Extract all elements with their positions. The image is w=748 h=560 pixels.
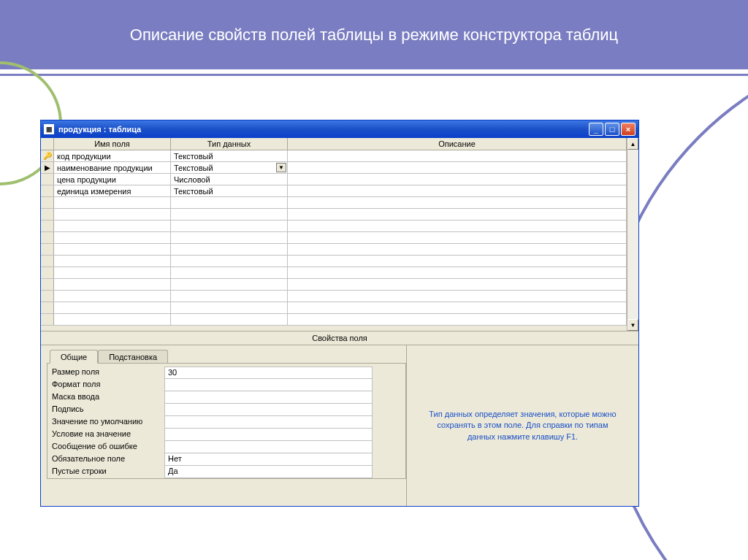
row-selector[interactable] [41,291,54,302]
row-selector[interactable] [41,244,54,255]
field-name-cell[interactable] [54,256,171,266]
field-name-cell[interactable] [54,302,171,313]
property-value[interactable] [164,404,373,416]
table-row[interactable] [41,314,627,326]
data-type-cell[interactable] [171,256,288,266]
description-cell[interactable] [288,302,627,313]
description-cell[interactable] [288,162,627,173]
property-value[interactable] [164,429,373,441]
table-row[interactable] [41,232,627,244]
grid-header-fieldname[interactable]: Имя поля [54,138,171,150]
tab-general[interactable]: Общие [50,350,98,364]
datatype-dropdown-button[interactable]: ▼ [276,163,286,172]
field-name-cell[interactable] [54,291,171,302]
property-value[interactable] [164,416,373,429]
data-type-cell[interactable] [171,197,288,208]
table-row[interactable]: единица измеренияТекстовый [41,185,627,197]
property-value[interactable] [164,379,373,391]
description-cell[interactable] [288,174,627,185]
description-cell[interactable] [288,197,627,208]
table-row[interactable] [41,209,627,220]
grid-header-datatype[interactable]: Тип данных [171,138,288,150]
data-type-cell[interactable] [171,232,288,243]
scroll-track[interactable] [627,150,638,319]
field-name-cell[interactable]: наименование продукции [54,162,171,173]
property-value[interactable] [164,391,373,404]
row-selector[interactable] [41,220,54,231]
row-selector[interactable] [41,209,54,220]
description-cell[interactable] [288,256,627,266]
field-name-cell[interactable] [54,220,171,231]
maximize-button[interactable]: □ [605,123,619,136]
data-type-cell[interactable]: Числовой [171,174,288,185]
table-icon: ▦ [44,124,54,134]
field-name-cell[interactable]: код продукции [54,150,171,161]
property-value[interactable]: Да [164,466,373,478]
table-row[interactable]: цена продукцииЧисловой [41,174,627,185]
data-type-cell[interactable] [171,314,288,325]
field-name-cell[interactable] [54,232,171,243]
row-selector[interactable] [41,232,54,243]
table-row[interactable] [41,244,627,256]
data-type-cell[interactable]: Текстовый [171,150,288,161]
data-type-cell[interactable] [171,209,288,220]
field-name-cell[interactable] [54,267,171,278]
grid-header-selector[interactable] [41,138,54,150]
scroll-down-button[interactable]: ▼ [627,319,638,331]
data-type-cell[interactable]: Текстовый [171,185,288,196]
description-cell[interactable] [288,314,627,325]
description-cell[interactable] [288,291,627,302]
grid-header-description[interactable]: Описание [288,138,627,150]
property-value[interactable]: 30 [164,367,373,379]
row-selector[interactable]: ▶ [41,162,54,173]
window-titlebar[interactable]: ▦ продукция : таблица _ □ × [41,120,638,138]
field-name-cell[interactable] [54,197,171,208]
table-row[interactable] [41,291,627,302]
field-name-cell[interactable] [54,209,171,220]
row-selector[interactable] [41,302,54,313]
row-selector[interactable] [41,197,54,208]
description-cell[interactable] [288,185,627,196]
property-value[interactable] [164,441,373,453]
description-cell[interactable] [288,220,627,231]
table-row[interactable] [41,279,627,291]
close-button[interactable]: × [621,123,636,136]
description-cell[interactable] [288,267,627,278]
data-type-cell[interactable] [171,291,288,302]
data-type-cell[interactable] [171,302,288,313]
description-cell[interactable] [288,279,627,290]
tab-lookup[interactable]: Подстановка [98,350,168,363]
scroll-up-button[interactable]: ▲ [627,138,638,150]
table-row[interactable]: 🔑код продукцииТекстовый [41,150,627,162]
table-row[interactable] [41,197,627,209]
row-selector[interactable]: 🔑 [41,150,54,161]
field-name-cell[interactable] [54,279,171,290]
data-type-cell[interactable] [171,220,288,231]
table-row[interactable] [41,267,627,279]
description-cell[interactable] [288,150,627,161]
table-row[interactable] [41,302,627,314]
property-value[interactable]: Нет [164,453,373,466]
data-type-cell[interactable] [171,244,288,255]
field-name-cell[interactable] [54,244,171,255]
field-name-cell[interactable]: единица измерения [54,185,171,196]
description-cell[interactable] [288,209,627,220]
row-selector[interactable] [41,314,54,325]
table-row[interactable] [41,220,627,232]
table-row[interactable] [41,256,627,267]
row-selector[interactable] [41,174,54,185]
data-type-cell[interactable] [171,267,288,278]
row-selector[interactable] [41,256,54,266]
data-type-cell[interactable]: Текстовый▼ [171,162,288,173]
description-cell[interactable] [288,244,627,255]
data-type-cell[interactable] [171,279,288,290]
minimize-button[interactable]: _ [589,123,603,136]
vertical-scrollbar[interactable]: ▲ ▼ [627,138,638,331]
table-row[interactable]: ▶наименование продукцииТекстовый▼ [41,162,627,174]
row-selector[interactable] [41,185,54,196]
description-cell[interactable] [288,232,627,243]
field-name-cell[interactable]: цена продукции [54,174,171,185]
row-selector[interactable] [41,267,54,278]
row-selector[interactable] [41,279,54,290]
field-name-cell[interactable] [54,314,171,325]
